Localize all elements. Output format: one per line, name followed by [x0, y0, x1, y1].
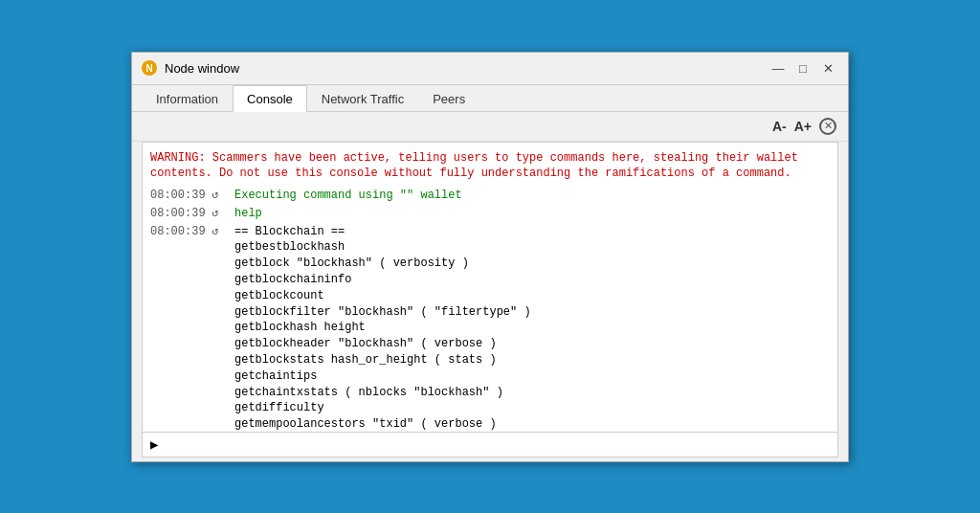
log-entry-1: 08:00:39 ↺ help [150, 206, 830, 222]
log-icon-0: ↺ [212, 188, 231, 204]
window-title: Node window [165, 61, 768, 76]
warning-message: WARNING: Scammers have been active, tell… [150, 150, 830, 183]
log-icon-2: ↺ [212, 224, 231, 240]
log-time-2: 08:00:39 [150, 224, 208, 240]
app-icon: N [142, 60, 157, 76]
title-bar: N Node window — □ ✕ [132, 53, 848, 85]
window-controls: — □ ✕ [768, 57, 838, 78]
log-icon-1: ↺ [212, 206, 231, 222]
tab-console[interactable]: Console [233, 85, 307, 112]
console-input[interactable] [164, 437, 830, 451]
font-increase-button[interactable]: A+ [794, 119, 812, 134]
minimize-button[interactable]: — [768, 57, 789, 78]
console-output[interactable]: WARNING: Scammers have been active, tell… [143, 143, 837, 432]
log-time-0: 08:00:39 [150, 188, 208, 204]
font-decrease-button[interactable]: A- [772, 119, 787, 134]
console-toolbar: A- A+ ✕ [132, 112, 848, 142]
log-entry-2: 08:00:39 ↺ == Blockchain == getbestblock… [150, 224, 830, 432]
log-text-1: help [234, 206, 262, 222]
clear-console-button[interactable]: ✕ [819, 118, 836, 135]
log-text-0: Executing command using "" wallet [234, 188, 462, 204]
tab-peers[interactable]: Peers [418, 85, 479, 112]
console-input-area: ▶ [143, 432, 837, 457]
log-time-1: 08:00:39 [150, 206, 208, 222]
close-button[interactable]: ✕ [817, 57, 838, 78]
log-text-2: == Blockchain == getbestblockhash getblo… [234, 224, 531, 432]
input-prompt: ▶ [150, 436, 158, 453]
tab-information[interactable]: Information [142, 85, 233, 112]
tab-network-traffic[interactable]: Network Traffic [307, 85, 418, 112]
main-window: N Node window — □ ✕ Information Console … [131, 52, 849, 462]
log-entry-0: 08:00:39 ↺ Executing command using "" wa… [150, 188, 830, 204]
console-area: WARNING: Scammers have been active, tell… [142, 142, 838, 457]
maximize-button[interactable]: □ [792, 57, 813, 78]
tab-bar: Information Console Network Traffic Peer… [132, 85, 848, 112]
